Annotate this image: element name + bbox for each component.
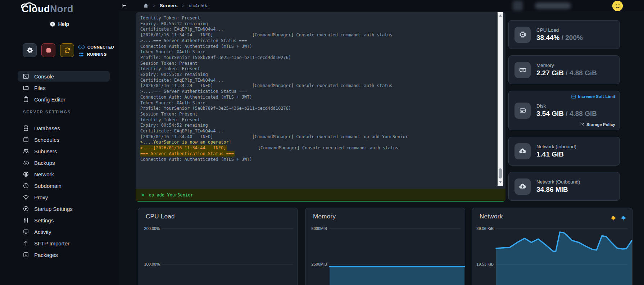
log-line: >....YourSenior is now an operator! [140, 140, 494, 145]
connection-status: CONNECTED [78, 44, 114, 50]
stop-server-button[interactable] [41, 43, 55, 57]
cloud-down-icon [518, 147, 527, 155]
console-command-input[interactable] [149, 193, 458, 198]
log-line: Certificate: EAqEPlp_TIwNQ4w4... [140, 128, 494, 134]
cpu-icon [519, 31, 527, 39]
arrow-up-icon [23, 240, 29, 246]
chart-card-cpu: CPU Load 200.00% 100.00% [138, 208, 298, 285]
stat-limit: / 4.88 GiB [566, 69, 597, 77]
stat-value: 1.41 GiB [536, 150, 564, 158]
increase-soft-limit-link[interactable]: Increase Soft-Limit [571, 94, 615, 99]
sidebar-item-activity[interactable]: Activity [18, 226, 110, 237]
sidebar-item-label: Packages [34, 252, 58, 258]
sidebar-item-settings[interactable]: Settings [18, 215, 110, 226]
sidebar-item-subusers[interactable]: Subusers [18, 146, 110, 157]
card-icon [571, 95, 576, 99]
console-scrollbar[interactable] [498, 12, 503, 186]
prompt-icon: » [142, 192, 145, 198]
server-status: CONNECTED RUNNING [78, 44, 114, 58]
sidebar-item-label: Console [34, 73, 54, 80]
stat-card-cpu: CPU Load 38.44% / 200% [508, 20, 620, 49]
stat-label: Network (Outbound) [536, 179, 580, 185]
sidebar-item-config-editor[interactable]: Config Editor [18, 94, 110, 105]
scroll-up-icon[interactable] [499, 14, 502, 17]
stat-value: 2.27 GiB [536, 69, 564, 77]
stat-card-network-inbound: Network (Inbound) 1.41 GiB [508, 137, 620, 166]
package-icon [23, 252, 29, 258]
log-line: [2026/01/16 11:34:34 INFO] [CommandManag… [140, 83, 494, 89]
sidebar-item-databases[interactable]: Databases [18, 123, 110, 134]
smiley-icon [612, 1, 623, 11]
restart-server-button[interactable] [60, 43, 74, 57]
stop-icon [46, 48, 51, 53]
console-input-row: » [136, 189, 505, 202]
log-line: >....=== Server Authentication Status ==… [140, 38, 494, 44]
user-avatar[interactable] [612, 1, 623, 11]
network-chart [472, 208, 633, 285]
stat-label: Network (Inbound) [536, 144, 576, 149]
sidebar-item-network[interactable]: Network [18, 169, 110, 180]
disk-icon [519, 107, 527, 114]
sidebar-item-backups[interactable]: Backups [18, 157, 110, 168]
sidebar-item-label: Files [34, 85, 46, 91]
stat-limit: / 4.88 GiB [566, 110, 597, 117]
log-line: Identity Token: Present [140, 66, 494, 72]
power-status-label: RUNNING [87, 52, 107, 56]
collapse-sidebar-icon[interactable] [121, 3, 127, 8]
server-settings-button[interactable] [23, 43, 37, 57]
sidebar-item-proxy[interactable]: Proxy [18, 192, 110, 203]
sidebar-item-label: Config Editor [34, 96, 65, 103]
sidebar-item-label: SFTP Importer [34, 240, 69, 246]
storage-policy-link[interactable]: Storage Policy [580, 122, 615, 127]
breadcrumb-separator: > [153, 3, 155, 8]
log-line: Expiry: 00:55:12 remaining [140, 21, 494, 27]
sidebar-item-label: Subusers [34, 148, 57, 154]
external-link-icon [580, 122, 585, 127]
sidebar-item-label: Startup Settings [34, 206, 73, 212]
sidebar-item-schedules[interactable]: Schedules [18, 134, 110, 145]
power-controls [23, 43, 74, 57]
chart-card-memory: Memory 5000MiB 2500MiB [305, 208, 465, 285]
breadcrumb-servers[interactable]: Servers [160, 3, 178, 8]
stat-card-network-outbound: Network (Outbound) 34.86 MiB [508, 172, 620, 201]
sidebar-item-label: Proxy [34, 194, 48, 200]
sidebar-item-files[interactable]: Files [18, 82, 110, 93]
sidebar-item-subdomain[interactable]: Subdomain [18, 180, 110, 191]
log-line: Token Source: OAuth Store [140, 49, 494, 55]
connection-status-label: CONNECTED [87, 45, 114, 49]
sidebar-item-label: Backups [34, 160, 55, 166]
sidebar-item-sftp-importer[interactable]: SFTP Importer [18, 238, 110, 249]
users-icon [23, 148, 29, 154]
scrollbar-thumb[interactable] [499, 168, 502, 178]
sidebar-item-label: Network [34, 171, 54, 177]
server-stack-icon [78, 52, 84, 57]
question-circle-icon: ? [50, 21, 55, 27]
memory-chart [305, 208, 466, 285]
activity-board-icon [23, 229, 29, 235]
sidebar-item-packages[interactable]: Packages [18, 249, 110, 260]
stat-value: 38.44% [536, 34, 559, 41]
console-log[interactable]: Identity Token: PresentExpiry: 00:55:12 … [140, 15, 494, 189]
stat-value: 34.86 MiB [536, 186, 568, 193]
power-status: RUNNING [78, 51, 114, 58]
server-icon-redacted [513, 1, 523, 11]
wifi-icon [23, 194, 29, 200]
log-line: Connection Auth: Authenticated (mTLS + J… [140, 44, 494, 50]
home-icon[interactable] [143, 3, 149, 8]
topbar: > Servers > cfc4e50a [119, 0, 644, 11]
brand-logo[interactable]: CloudNord [22, 4, 73, 15]
cloud-up-icon [518, 182, 527, 191]
sidebar: CloudNord ? Help [0, 0, 119, 285]
sidebar-item-console[interactable]: Console [18, 71, 110, 82]
stat-label: Disk [536, 103, 597, 109]
brand-secondary: Nord [50, 4, 73, 14]
calendar-icon [23, 136, 29, 143]
help-button[interactable]: ? Help [0, 21, 119, 27]
console-panel: Identity Token: PresentExpiry: 00:55:12 … [136, 12, 505, 202]
log-line: Profile: YourSenior (5e8b789f-3e25-436e-… [140, 106, 494, 112]
signal-icon [78, 45, 85, 50]
memory-icon [519, 66, 527, 74]
sidebar-item-label: Settings [34, 217, 54, 223]
scroll-down-icon[interactable] [499, 181, 502, 183]
sidebar-item-startup-settings[interactable]: Startup Settings [18, 203, 110, 214]
